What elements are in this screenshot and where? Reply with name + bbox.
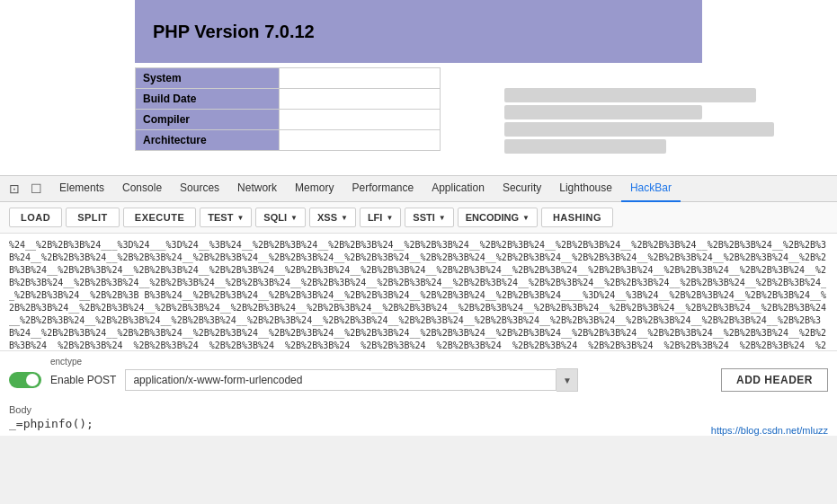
php-info-table: System Build Date Compiler Architecture: [135, 67, 441, 151]
enctype-dropdown-icon[interactable]: ▼: [557, 368, 578, 392]
devtools-tab-list: Elements Console Sources Network Memory …: [50, 175, 833, 202]
tab-memory[interactable]: Memory: [286, 175, 343, 202]
body-section-label: Body: [9, 404, 828, 415]
hashing-button[interactable]: HASHING: [541, 208, 613, 227]
tab-console[interactable]: Console: [113, 175, 171, 202]
enctype-select[interactable]: application/x-www-form-urlencoded multip…: [125, 369, 557, 391]
devtools-toolbar: ⊡ ☐ Elements Console Sources Network Mem…: [0, 175, 837, 202]
load-button[interactable]: LOAD: [9, 208, 62, 227]
php-info-area: PHP Version 7.0.12 System Build Date Com…: [0, 0, 837, 175]
split-button[interactable]: SPLIT: [66, 208, 120, 227]
lfi-dropdown[interactable]: LFI: [360, 208, 401, 227]
add-header-button[interactable]: ADD HEADER: [721, 368, 828, 392]
hackbar-area: LOAD SPLIT EXECUTE TEST SQLI XSS LFI SST…: [0, 202, 837, 436]
xss-dropdown[interactable]: XSS: [309, 208, 356, 227]
device-icon[interactable]: ☐: [25, 178, 47, 199]
sqli-dropdown[interactable]: SQLI: [255, 208, 306, 227]
tab-sources[interactable]: Sources: [171, 175, 228, 202]
table-cell-label: Build Date: [136, 89, 280, 110]
table-row: Build Date: [136, 89, 441, 110]
enctype-select-wrapper: application/x-www-form-urlencoded multip…: [125, 368, 712, 392]
execute-button[interactable]: EXECUTE: [123, 208, 196, 227]
table-cell-label: Architecture: [136, 130, 280, 151]
php-blurred-content: [495, 81, 837, 171]
inspect-icon[interactable]: ⊡: [4, 178, 25, 199]
tab-lighthouse[interactable]: Lighthouse: [550, 175, 621, 202]
php-version-title: PHP Version 7.0.12: [153, 22, 315, 42]
devtools-icon-group: ⊡ ☐: [4, 178, 47, 199]
hackbar-post-section: enctype Enable POST application/x-www-fo…: [0, 350, 837, 401]
table-row: Compiler: [136, 110, 441, 130]
table-row: Architecture: [136, 130, 441, 151]
tab-elements[interactable]: Elements: [50, 175, 113, 202]
hackbar-encoded-content[interactable]: %24__%2B%2B%3B%24___%3D%24___%3D%24__%3B…: [0, 234, 837, 350]
php-version-banner: PHP Version 7.0.12: [135, 0, 702, 63]
enable-post-label: Enable POST: [50, 374, 116, 386]
table-cell-value: [280, 68, 441, 89]
table-cell-label: Compiler: [136, 110, 280, 130]
tab-application[interactable]: Application: [423, 175, 494, 202]
ssti-dropdown[interactable]: SSTI: [405, 208, 453, 227]
table-cell-value: [280, 130, 441, 151]
enable-post-toggle[interactable]: [9, 372, 41, 388]
body-value[interactable]: _=phpinfo();: [9, 417, 93, 430]
tab-hackbar[interactable]: HackBar: [621, 175, 681, 202]
tab-network[interactable]: Network: [228, 175, 286, 202]
watermark: https://blog.csdn.net/mluzz: [711, 425, 828, 436]
hackbar-button-row: LOAD SPLIT EXECUTE TEST SQLI XSS LFI SST…: [0, 202, 837, 234]
post-row: Enable POST application/x-www-form-urlen…: [9, 368, 828, 392]
test-dropdown[interactable]: TEST: [200, 208, 252, 227]
tab-performance[interactable]: Performance: [343, 175, 423, 202]
table-cell-label: System: [136, 68, 280, 89]
enctype-label: enctype: [50, 357, 828, 367]
table-row: System: [136, 68, 441, 89]
tab-security[interactable]: Security: [494, 175, 550, 202]
encoding-dropdown[interactable]: ENCODING: [458, 208, 538, 227]
table-cell-value: [280, 110, 441, 130]
table-cell-value: [280, 89, 441, 110]
hackbar-body-section: Body _=phpinfo(); https://blog.csdn.net/…: [0, 401, 837, 436]
